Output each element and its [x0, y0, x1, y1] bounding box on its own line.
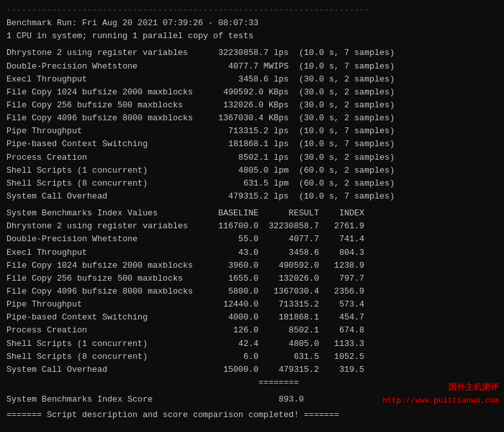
index-benchmark-row: Dhrystone 2 using register variables 116…	[6, 220, 498, 233]
raw-benchmark-row: Dhrystone 2 using register variables 322…	[6, 47, 498, 59]
index-benchmark-row: Shell Scripts (1 concurrent) 42.4 4805.0…	[6, 338, 498, 351]
index-benchmark-row: File Copy 4096 bufsize 8000 maxblocks 58…	[6, 285, 498, 298]
index-benchmark-row: File Copy 1024 bufsize 2000 maxblocks 39…	[6, 259, 498, 272]
raw-benchmark-row: System Call Overhead 479315.2 lps (10.0 …	[6, 190, 498, 203]
top-separator: ----------------------------------------…	[6, 4, 498, 17]
index-section: System Benchmarks Index Values BASELINE …	[6, 207, 498, 389]
raw-benchmark-row: File Copy 4096 bufsize 8000 maxblocks 13…	[6, 112, 498, 125]
watermark: 国外主机测评 http://www.pulitianwu.com	[383, 382, 499, 407]
header-line1: Benchmark Run: Fri Aug 20 2021 07:39:26 …	[6, 17, 498, 30]
raw-benchmark-row: Double-Precision Whetstone 4077.7 MWIPS …	[6, 60, 498, 73]
watermark-text: 国外主机测评	[383, 382, 499, 395]
index-benchmark-row: Process Creation 126.0 8502.1 674.8	[6, 324, 498, 337]
header-section: Benchmark Run: Fri Aug 20 2021 07:39:26 …	[6, 17, 498, 43]
raw-benchmark-row: Pipe-based Context Switching 181868.1 lp…	[6, 138, 498, 151]
header-line2: 1 CPU in system; running 1 parallel copy…	[6, 30, 498, 43]
index-benchmark-row: Execl Throughput 43.0 3458.6 804.3	[6, 246, 498, 259]
raw-benchmark-row: Shell Scripts (8 concurrent) 631.5 lpm (…	[6, 177, 498, 190]
watermark-url: http://www.pulitianwu.com	[383, 395, 499, 407]
raw-benchmark-row: Execl Throughput 3458.6 lps (30.0 s, 2 s…	[6, 73, 498, 86]
terminal-window: ----------------------------------------…	[6, 4, 498, 422]
index-benchmark-row: System Call Overhead 15000.0 479315.2 31…	[6, 363, 498, 376]
index-benchmark-row: File Copy 256 bufsize 500 maxblocks 1655…	[6, 272, 498, 285]
footer-line: ======= Script description and score com…	[6, 409, 498, 422]
index-header-row: System Benchmarks Index Values BASELINE …	[6, 207, 498, 220]
index-benchmark-row: Pipe-based Context Switching 4000.0 1818…	[6, 311, 498, 324]
raw-benchmark-row: Process Creation 8502.1 lps (30.0 s, 2 s…	[6, 151, 498, 164]
raw-benchmark-row: File Copy 256 bufsize 500 maxblocks 1320…	[6, 99, 498, 112]
index-benchmark-row: Double-Precision Whetstone 55.0 4077.7 7…	[6, 233, 498, 246]
raw-benchmark-row: File Copy 1024 bufsize 2000 maxblocks 49…	[6, 86, 498, 99]
index-benchmark-row: Pipe Throughput 12440.0 713315.2 573.4	[6, 298, 498, 311]
raw-benchmark-row: Shell Scripts (1 concurrent) 4805.0 lpm …	[6, 164, 498, 177]
raw-benchmarks-section: Dhrystone 2 using register variables 322…	[6, 47, 498, 203]
raw-benchmark-row: Pipe Throughput 713315.2 lps (10.0 s, 7 …	[6, 125, 498, 138]
index-benchmark-row: Shell Scripts (8 concurrent) 6.0 631.5 1…	[6, 351, 498, 363]
